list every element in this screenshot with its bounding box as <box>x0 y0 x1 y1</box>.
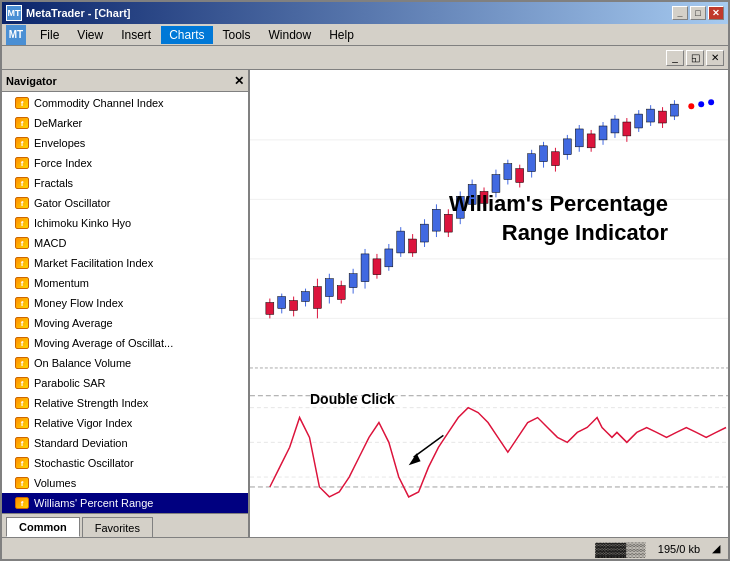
resize-icon: ◢ <box>712 542 720 555</box>
nav-item[interactable]: fMACD <box>2 233 248 253</box>
svg-rect-74 <box>635 114 643 128</box>
nav-item[interactable]: fOn Balance Volume <box>2 353 248 373</box>
menu-view[interactable]: View <box>69 26 111 44</box>
nav-item[interactable]: fFractals <box>2 173 248 193</box>
nav-item-label: Relative Strength Index <box>34 397 148 409</box>
svg-rect-32 <box>385 249 393 267</box>
nav-item[interactable]: fMarket Facilitation Index <box>2 253 248 273</box>
indicator-icon: f <box>15 97 29 109</box>
menu-file[interactable]: File <box>32 26 67 44</box>
svg-rect-40 <box>432 209 440 231</box>
nav-item-icon: f <box>14 376 30 390</box>
nav-item[interactable]: fForce Index <box>2 153 248 173</box>
inner-minimize-button[interactable]: _ <box>666 50 684 66</box>
maximize-button[interactable]: □ <box>690 6 706 20</box>
app-icon: MT <box>6 5 22 21</box>
indicator-icon: f <box>15 317 29 329</box>
tab-common[interactable]: Common <box>6 517 80 537</box>
status-icon: ▓▓▓▒▒ <box>595 541 645 557</box>
svg-rect-48 <box>480 191 488 203</box>
indicator-icon: f <box>15 497 29 509</box>
inner-restore-button[interactable]: ◱ <box>686 50 704 66</box>
nav-item-label: Commodity Channel Index <box>34 97 164 109</box>
nav-item-label: Williams' Percent Range <box>34 497 153 509</box>
close-button[interactable]: ✕ <box>708 6 724 20</box>
nav-item[interactable]: fMoving Average of Oscillat... <box>2 333 248 353</box>
nav-item-label: Moving Average <box>34 317 113 329</box>
menu-tools[interactable]: Tools <box>215 26 259 44</box>
nav-item-icon: f <box>14 236 30 250</box>
title-bar-left: MT MetaTrader - [Chart] <box>6 5 131 21</box>
nav-item[interactable]: fRelative Vigor Index <box>2 413 248 433</box>
main-window: MT MetaTrader - [Chart] _ □ ✕ MT File Vi… <box>0 0 730 561</box>
nav-item-label: Parabolic SAR <box>34 377 106 389</box>
nav-item[interactable]: fRelative Strength Index <box>2 393 248 413</box>
indicator-icon: f <box>15 277 29 289</box>
nav-item[interactable]: fMoving Average <box>2 313 248 333</box>
svg-rect-78 <box>659 111 667 123</box>
menu-window[interactable]: Window <box>261 26 320 44</box>
nav-item-icon: f <box>14 196 30 210</box>
nav-item-label: Stochastic Oscillator <box>34 457 134 469</box>
svg-rect-16 <box>290 301 298 311</box>
nav-item[interactable]: fGator Oscillator <box>2 193 248 213</box>
svg-rect-70 <box>611 119 619 133</box>
svg-rect-44 <box>456 196 464 218</box>
svg-rect-36 <box>409 239 417 253</box>
indicator-icon: f <box>15 197 29 209</box>
nav-item-icon: f <box>14 136 30 150</box>
nav-item[interactable]: fIchimoku Kinko Hyo <box>2 213 248 233</box>
indicator-icon: f <box>15 337 29 349</box>
nav-item[interactable]: fDeMarker <box>2 113 248 133</box>
menu-charts[interactable]: Charts <box>161 26 212 44</box>
nav-item-icon: f <box>14 476 30 490</box>
svg-rect-42 <box>444 214 452 232</box>
nav-item-icon: f <box>14 116 30 130</box>
indicator-icon: f <box>15 357 29 369</box>
nav-item-icon: f <box>14 96 30 110</box>
nav-item[interactable]: fEnvelopes <box>2 133 248 153</box>
minimize-button[interactable]: _ <box>672 6 688 20</box>
nav-item-icon: f <box>14 276 30 290</box>
nav-item-icon: f <box>14 176 30 190</box>
navigator-title: Navigator <box>6 75 57 87</box>
nav-item[interactable]: fMomentum <box>2 273 248 293</box>
chart-area[interactable]: William's Percentage Range Indicator Dou… <box>250 70 728 537</box>
nav-item[interactable]: fStandard Deviation <box>2 433 248 453</box>
indicator-icon: f <box>15 257 29 269</box>
indicator-icon: f <box>15 217 29 229</box>
nav-item-label: Envelopes <box>34 137 85 149</box>
menu-insert[interactable]: Insert <box>113 26 159 44</box>
inner-close-button[interactable]: ✕ <box>706 50 724 66</box>
svg-rect-12 <box>266 303 274 315</box>
navigator-close-button[interactable]: ✕ <box>234 74 244 88</box>
nav-item[interactable]: fMoney Flow Index <box>2 293 248 313</box>
tab-favorites[interactable]: Favorites <box>82 517 153 537</box>
nav-item-label: MACD <box>34 237 66 249</box>
nav-item[interactable]: fParabolic SAR <box>2 373 248 393</box>
nav-item[interactable]: fStochastic Oscillator <box>2 453 248 473</box>
navigator-list[interactable]: fBollinger BandsfBulls PowerfCommodity C… <box>2 92 248 513</box>
menu-help[interactable]: Help <box>321 26 362 44</box>
svg-rect-72 <box>623 122 631 136</box>
nav-item-icon: f <box>14 496 30 510</box>
nav-item[interactable]: fVolumes <box>2 473 248 493</box>
navigator-header: Navigator ✕ <box>2 70 248 92</box>
main-content: Navigator ✕ fBollinger BandsfBulls Power… <box>2 70 728 537</box>
navigator-tabs: Common Favorites <box>2 513 248 537</box>
nav-item-icon: f <box>14 436 30 450</box>
nav-item-icon: f <box>14 416 30 430</box>
svg-rect-56 <box>528 154 536 172</box>
chart-svg <box>250 70 728 537</box>
nav-item[interactable]: fWilliams' Percent Range <box>2 493 248 513</box>
nav-item-label: Volumes <box>34 477 76 489</box>
svg-rect-28 <box>361 254 369 282</box>
svg-rect-14 <box>278 297 286 309</box>
nav-item-label: Force Index <box>34 157 92 169</box>
indicator-icon: f <box>15 457 29 469</box>
status-bar: ▓▓▓▒▒ 195/0 kb ◢ <box>2 537 728 559</box>
nav-item[interactable]: fCommodity Channel Index <box>2 93 248 113</box>
indicator-icon: f <box>15 157 29 169</box>
svg-rect-26 <box>349 274 357 288</box>
svg-point-81 <box>688 103 694 109</box>
